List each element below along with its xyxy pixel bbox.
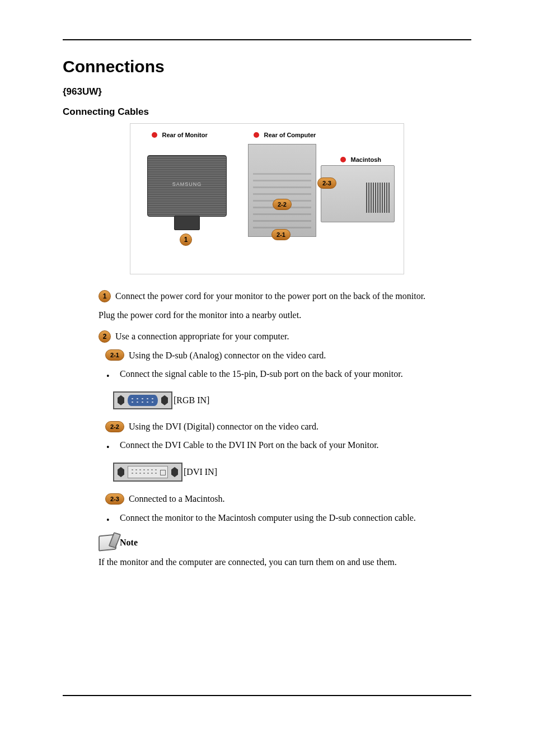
diagram-label-computer-text: Rear of Computer: [264, 132, 316, 138]
pc-tower-illustration: [248, 144, 316, 237]
red-dot-icon: [254, 132, 259, 138]
step-2-1-bullet-text: Connect the signal cable to the 15-pin, …: [120, 368, 403, 380]
step-1-text: Connect the power cord for your monitor …: [115, 290, 425, 302]
diagram-callout-2-3: 2-3: [317, 178, 336, 189]
rgb-port-row: [RGB IN]: [113, 391, 471, 409]
step-2-1: 2-1 Using the D-sub (Analog) connector o…: [99, 349, 471, 362]
screw-icon: [118, 395, 124, 405]
bullet-icon: •: [106, 441, 110, 454]
vga-connector-icon: [128, 395, 158, 406]
callout-2-3-icon: 2-3: [105, 493, 124, 505]
bullet-icon: •: [106, 370, 110, 382]
diagram-label-computer: Rear of Computer: [254, 129, 316, 139]
model-heading: {963UW}: [63, 86, 471, 97]
screw-icon: [171, 467, 178, 477]
diagram-label-mac: Macintosh: [340, 154, 381, 164]
diagram-label-monitor: Rear of Monitor: [152, 129, 208, 139]
diagram-callout-2-2: 2-2: [273, 199, 292, 210]
step-2-3-bullet: • Connect the monitor to the Macintosh c…: [106, 512, 471, 526]
step-2-2: 2-2 Using the DVI (Digital) connector on…: [99, 421, 471, 433]
step-2: 2 Use a connection appropriate for your …: [99, 330, 471, 343]
callout-1-icon: 1: [99, 290, 111, 302]
note-heading: Note: [99, 535, 471, 550]
callout-2-1-icon: 2-1: [105, 349, 124, 361]
mac-illustration: [321, 165, 395, 222]
diagram-label-monitor-text: Rear of Monitor: [162, 132, 207, 138]
diagram-label-mac-text: Macintosh: [351, 156, 381, 163]
screw-icon: [118, 467, 124, 477]
note-text: If the monitor and the computer are conn…: [99, 556, 471, 568]
red-dot-icon: [152, 132, 157, 138]
dvi-port-label: [DVI IN]: [184, 466, 217, 478]
rgb-port-label: [RGB IN]: [174, 394, 209, 407]
monitor-illustration: SAMSUNG: [147, 155, 227, 217]
step-2-3-text: Connected to a Macintosh.: [129, 493, 225, 505]
step-1: 1 Connect the power cord for your monito…: [99, 290, 471, 302]
step-2-2-text: Using the DVI (Digital) connector on the…: [129, 421, 318, 433]
note-icon: [99, 534, 116, 551]
dvi-connector-icon: [128, 466, 168, 478]
section-heading: Connecting Cables: [63, 106, 471, 118]
step-2-2-bullet-text: Connect the DVI Cable to the DVI IN Port…: [120, 439, 379, 451]
rgb-port-illustration: [113, 391, 172, 409]
bottom-divider: [63, 695, 471, 696]
diagram-callout-2-1: 2-1: [271, 229, 291, 240]
monitor-stand-illustration: [174, 216, 200, 230]
dvi-port-illustration: [113, 463, 182, 482]
bullet-icon: •: [106, 514, 110, 526]
monitor-logo: SAMSUNG: [148, 181, 226, 187]
dvi-port-row: [DVI IN]: [113, 463, 471, 482]
content-body: 1 Connect the power cord for your monito…: [63, 290, 471, 568]
callout-2-2-icon: 2-2: [105, 421, 124, 432]
callout-2-icon: 2: [99, 330, 111, 343]
step-2-1-bullet: • Connect the signal cable to the 15-pin…: [106, 368, 471, 382]
top-divider: [63, 39, 471, 40]
screw-icon: [161, 395, 168, 405]
diagram-callout-1: 1: [180, 234, 192, 246]
step-2-2-bullet: • Connect the DVI Cable to the DVI IN Po…: [106, 439, 471, 454]
page-title: Connections: [63, 57, 471, 76]
mac-vents: [366, 183, 391, 213]
step-1-plug: Plug the power cord for the monitor into…: [99, 309, 471, 321]
step-2-text: Use a connection appropriate for your co…: [115, 330, 289, 343]
page: Connections {963UW} Connecting Cables Re…: [0, 0, 534, 730]
step-2-3: 2-3 Connected to a Macintosh.: [99, 493, 471, 505]
note-label: Note: [120, 536, 138, 549]
step-2-3-bullet-text: Connect the monitor to the Macintosh com…: [120, 512, 416, 524]
step-2-1-text: Using the D-sub (Analog) connector on th…: [129, 349, 326, 362]
connection-diagram: Rear of Monitor Rear of Computer Macinto…: [130, 123, 404, 274]
red-dot-icon: [340, 157, 346, 162]
